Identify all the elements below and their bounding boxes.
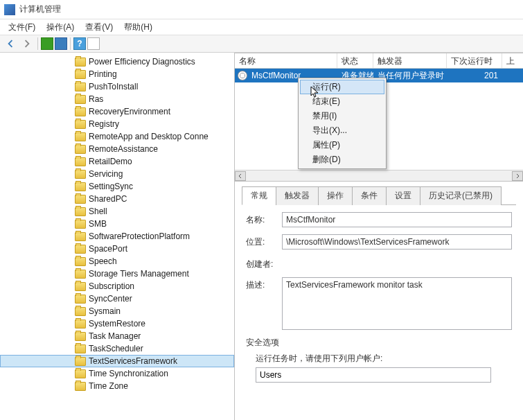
- properties-button[interactable]: [55, 37, 67, 50]
- tab-settings[interactable]: 设置: [386, 186, 420, 205]
- folder-icon: [75, 70, 86, 79]
- tree-item[interactable]: RemoteApp and Desktop Conne: [0, 130, 234, 143]
- tab-history[interactable]: 历史记录(已禁用): [420, 186, 502, 205]
- tree-item[interactable]: Shell: [0, 205, 234, 218]
- tree-item[interactable]: SoftwareProtectionPlatform: [0, 230, 234, 243]
- tree-item[interactable]: TextServicesFramework: [0, 355, 234, 367]
- context-menu-item[interactable]: 导出(X)...: [300, 123, 384, 138]
- tree-item[interactable]: TaskScheduler: [0, 342, 234, 355]
- back-button[interactable]: [3, 36, 18, 51]
- tree-item[interactable]: SharedPC: [0, 193, 234, 205]
- cell-next-run: 201: [447, 71, 502, 80]
- tree-item-label: Power Efficiency Diagnostics: [89, 57, 195, 67]
- tree-item[interactable]: Time Zone: [0, 380, 234, 392]
- tree-item-label: RemoteApp and Desktop Conne: [89, 132, 209, 141]
- context-menu-item[interactable]: 禁用(I): [300, 109, 384, 123]
- tree-item[interactable]: SyncCenter: [0, 292, 234, 305]
- tree-item[interactable]: SettingSync: [0, 180, 234, 193]
- scroll-left-icon[interactable]: [235, 171, 246, 181]
- tree-item-label: RecoveryEnvironment: [89, 107, 170, 116]
- folder-icon: [75, 257, 86, 266]
- tree-item[interactable]: RecoveryEnvironment: [0, 105, 234, 118]
- detail-tabs: 常规 触发器 操作 条件 设置 历史记录(已禁用): [242, 186, 516, 205]
- menu-file[interactable]: 文件(F): [3, 20, 41, 35]
- tab-body-general: 名称: 位置: 创建者: 描述: 安全选项 运行任务时，请使用下列用: [242, 205, 516, 390]
- folder-icon: [75, 282, 86, 291]
- tree-item-label: SystemRestore: [89, 319, 145, 329]
- tree-pane[interactable]: Power Efficiency DiagnosticsPrintingPush…: [0, 53, 235, 420]
- tree-item[interactable]: Task Manager: [0, 330, 234, 342]
- folder-icon: [75, 382, 86, 391]
- field-location[interactable]: [282, 234, 512, 250]
- tree-item[interactable]: SpacePort: [0, 243, 234, 255]
- context-menu-item[interactable]: 运行(R): [300, 80, 384, 94]
- context-menu-item[interactable]: 结束(E): [300, 94, 384, 109]
- folder-icon: [75, 107, 86, 116]
- label-description: 描述:: [246, 277, 282, 291]
- folder-icon: [75, 120, 86, 129]
- tree-item-label: Registry: [89, 119, 119, 129]
- tree-item-label: Subscription: [89, 281, 134, 291]
- folder-icon: [75, 332, 86, 341]
- tree-item[interactable]: Printing: [0, 68, 234, 80]
- tree-item[interactable]: SMB: [0, 218, 234, 230]
- tree-item-label: Speech: [89, 256, 117, 266]
- folder-icon: [75, 132, 86, 141]
- tree-item[interactable]: Servicing: [0, 168, 234, 180]
- task-list-header: 名称 状态 触发器 下次运行时间 上次: [235, 53, 523, 69]
- tree-item[interactable]: Time Synchronization: [0, 367, 234, 380]
- menu-action[interactable]: 操作(A): [41, 20, 80, 35]
- tree-item[interactable]: PushToInstall: [0, 80, 234, 93]
- run-button[interactable]: [41, 37, 53, 50]
- security-subtitle: 运行任务时，请使用下列用户帐户:: [256, 353, 512, 365]
- tree-item[interactable]: Speech: [0, 255, 234, 268]
- security-account: Users: [256, 367, 491, 383]
- tree-item[interactable]: Subscription: [0, 280, 234, 292]
- field-description[interactable]: [282, 277, 512, 330]
- context-menu-item[interactable]: 属性(P): [300, 138, 384, 152]
- tab-conditions[interactable]: 条件: [352, 186, 387, 205]
- tree-item-label: SoftwareProtectionPlatform: [89, 231, 190, 241]
- tree-item[interactable]: RemoteAssistance: [0, 143, 234, 155]
- workspace: Power Efficiency DiagnosticsPrintingPush…: [0, 53, 523, 420]
- tab-general[interactable]: 常规: [242, 186, 276, 205]
- tree-item-label: Shell: [89, 207, 107, 216]
- menu-help[interactable]: 帮助(H): [118, 20, 158, 35]
- tab-triggers[interactable]: 触发器: [276, 186, 319, 205]
- tree-item[interactable]: Storage Tiers Management: [0, 268, 234, 280]
- folder-icon: [75, 157, 86, 166]
- forward-button[interactable]: [19, 36, 35, 51]
- tree-item-label: TextServicesFramework: [89, 356, 177, 366]
- tree-item-label: Time Synchronization: [89, 369, 168, 378]
- view-button[interactable]: [87, 37, 100, 50]
- folder-icon: [75, 58, 86, 67]
- task-icon: [238, 71, 247, 80]
- security-title: 安全选项: [246, 337, 512, 349]
- tree-item-label: SyncCenter: [89, 294, 132, 304]
- tree-item[interactable]: SystemRestore: [0, 317, 234, 330]
- col-status[interactable]: 状态: [337, 53, 373, 68]
- folder-icon: [75, 207, 86, 216]
- folder-icon: [75, 295, 86, 304]
- help-button[interactable]: ?: [73, 37, 86, 50]
- col-trigger[interactable]: 触发器: [373, 53, 447, 68]
- toolbar-separator: [37, 37, 38, 50]
- col-next-run[interactable]: 下次运行时间: [447, 53, 502, 68]
- tree-item[interactable]: Power Efficiency Diagnostics: [0, 55, 234, 68]
- tree-item[interactable]: Registry: [0, 118, 234, 130]
- col-name[interactable]: 名称: [235, 53, 337, 68]
- tree-item-label: RemoteAssistance: [89, 144, 158, 154]
- tab-actions[interactable]: 操作: [318, 186, 353, 205]
- tree-item[interactable]: RetailDemo: [0, 155, 234, 168]
- context-menu-item[interactable]: 删除(D): [300, 152, 384, 167]
- folder-icon: [75, 232, 86, 241]
- label-location: 位置:: [246, 234, 282, 248]
- scroll-right-icon[interactable]: [512, 171, 523, 181]
- tree-item[interactable]: Ras: [0, 93, 234, 105]
- horizontal-scrollbar[interactable]: [235, 170, 523, 181]
- menu-view[interactable]: 查看(V): [80, 20, 118, 35]
- tree-item[interactable]: Sysmain: [0, 305, 234, 317]
- detail-pane: 常规 触发器 操作 条件 设置 历史记录(已禁用) 名称: 位置: 创建者:: [235, 182, 523, 420]
- col-last[interactable]: 上次: [502, 53, 523, 68]
- field-name[interactable]: [282, 212, 512, 227]
